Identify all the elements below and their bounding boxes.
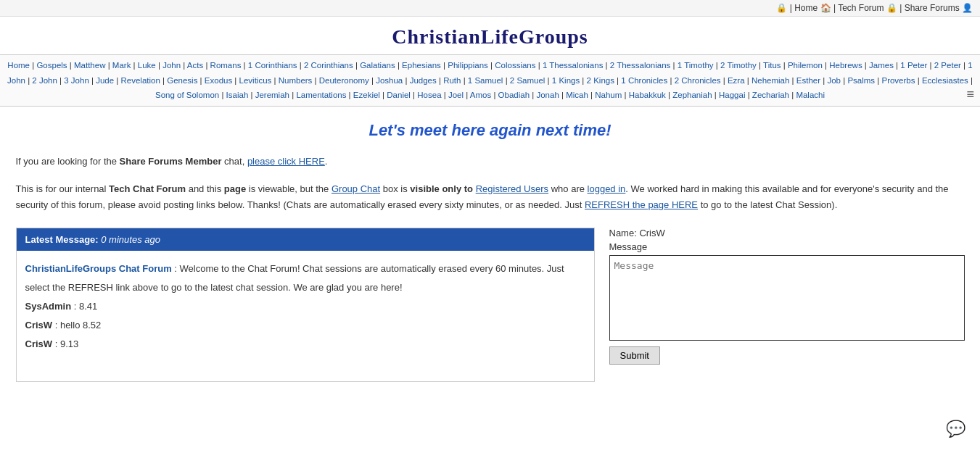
- nav-link-lamentations[interactable]: Lamentations: [296, 91, 346, 99]
- home-icon: 🏠: [820, 3, 831, 13]
- nav-link-micah[interactable]: Micah: [566, 91, 588, 99]
- nav-links: Home | Gospels | Matthew | Mark | Luke |…: [0, 54, 980, 107]
- nav-link-luke[interactable]: Luke: [138, 61, 156, 70]
- nav-link-obadiah[interactable]: Obadiah: [498, 91, 530, 99]
- hamburger-menu[interactable]: ≡: [966, 87, 974, 102]
- chat-header: Latest Message: 0 minutes ago: [17, 228, 594, 251]
- user-icon: 👤: [962, 3, 973, 13]
- registered-users-link[interactable]: Registered Users: [476, 183, 548, 194]
- nav-link-ephesians[interactable]: Ephesians: [402, 61, 441, 70]
- nav-link-numbers[interactable]: Numbers: [279, 76, 313, 85]
- nav-link-job[interactable]: Job: [827, 76, 841, 85]
- nav-link-1-samuel[interactable]: 1 Samuel: [468, 76, 503, 85]
- share-forums-link[interactable]: Share Forums: [905, 3, 960, 13]
- message-textarea[interactable]: [609, 255, 965, 341]
- refresh-link[interactable]: REFRESH the page HERE: [585, 199, 698, 210]
- nav-link-2-corinthians[interactable]: 2 Corinthians: [304, 61, 353, 70]
- nav-link-2-samuel[interactable]: 2 Samuel: [510, 76, 545, 85]
- tech-chat-bold: Tech Chat Forum: [109, 183, 186, 194]
- nav-link-joshua[interactable]: Joshua: [376, 76, 403, 85]
- chat-time: 0 minutes ago: [101, 234, 160, 245]
- nav-link-habakkuk[interactable]: Habakkuk: [629, 91, 666, 99]
- chat-user-name: CrisW: [25, 320, 53, 331]
- sidebar: Name: CrisW Message Submit: [609, 228, 965, 365]
- nav-link-2-john[interactable]: 2 John: [32, 76, 57, 85]
- nav-link-jonah[interactable]: Jonah: [536, 91, 559, 99]
- nav-link-titus[interactable]: Titus: [763, 61, 781, 70]
- nav-link-2-peter[interactable]: 2 Peter: [934, 61, 961, 70]
- nav-link-1-peter[interactable]: 1 Peter: [900, 61, 927, 70]
- description: This is for our internal Tech Chat Forum…: [16, 181, 965, 213]
- nav-link-joel[interactable]: Joel: [448, 91, 464, 99]
- nav-link-james[interactable]: James: [869, 61, 894, 70]
- nav-link-2-timothy[interactable]: 2 Timothy: [720, 61, 757, 70]
- nav-link-jeremiah[interactable]: Jeremiah: [255, 91, 289, 99]
- nav-link-zephaniah[interactable]: Zephaniah: [672, 91, 712, 99]
- chat-message-1: SysAdmin : 8.41: [25, 297, 585, 316]
- nav-link-zechariah[interactable]: Zechariah: [752, 91, 789, 99]
- share-lock-icon: 🔒: [886, 3, 897, 13]
- submit-button[interactable]: Submit: [609, 346, 660, 365]
- nav-link-genesis[interactable]: Genesis: [167, 76, 197, 85]
- nav-link-daniel[interactable]: Daniel: [387, 91, 411, 99]
- nav-link-colossians[interactable]: Colossians: [495, 61, 535, 70]
- nav-link-song-of-solomon[interactable]: Song of Solomon: [155, 91, 219, 99]
- intro-text: If you are looking for the Share Forums …: [16, 154, 965, 170]
- nav-link-haggai[interactable]: Haggai: [719, 91, 745, 99]
- nav-link-2-thessalonians[interactable]: 2 Thessalonians: [610, 61, 671, 70]
- nav-link-hosea[interactable]: Hosea: [417, 91, 441, 99]
- chat-message-0: ChristianLifeGroups Chat Forum : Welcome…: [25, 259, 585, 297]
- chat-user-name: CrisW: [25, 338, 53, 349]
- nav-link-john[interactable]: John: [162, 61, 181, 70]
- nav-link-2-chronicles[interactable]: 2 Chronicles: [675, 76, 721, 85]
- nav-link-exodus[interactable]: Exodus: [205, 76, 232, 85]
- nav-link-hebrews[interactable]: Hebrews: [829, 61, 862, 70]
- nav-link-ruth[interactable]: Ruth: [443, 76, 461, 85]
- message-label: Message: [609, 241, 965, 252]
- nav-link-1-timothy[interactable]: 1 Timothy: [678, 61, 714, 70]
- home-link[interactable]: Home: [794, 3, 818, 13]
- nav-link-ezekiel[interactable]: Ezekiel: [353, 91, 380, 99]
- nav-link-home[interactable]: Home: [7, 61, 30, 70]
- site-title: ChristianLifeGroups: [0, 17, 980, 54]
- nav-link-1-kings[interactable]: 1 Kings: [552, 76, 580, 85]
- nav-link-3-john[interactable]: 3 John: [64, 76, 89, 85]
- nav-link-malachi[interactable]: Malachi: [796, 91, 825, 99]
- nav-link-esther[interactable]: Esther: [796, 76, 820, 85]
- nav-link-judges[interactable]: Judges: [410, 76, 437, 85]
- nav-link-ezra[interactable]: Ezra: [728, 76, 745, 85]
- nav-link-matthew[interactable]: Matthew: [74, 61, 105, 70]
- nav-link-1-corinthians[interactable]: 1 Corinthians: [248, 61, 297, 70]
- nav-link-1-thessalonians[interactable]: 1 Thessalonians: [543, 61, 604, 70]
- nav-link-jude[interactable]: Jude: [96, 76, 114, 85]
- nav-link-deuteronomy[interactable]: Deuteronomy: [319, 76, 369, 85]
- nav-link-acts[interactable]: Acts: [187, 61, 203, 70]
- nav-link-revelation[interactable]: Revelation: [121, 76, 160, 85]
- lock-icon: 🔒: [776, 3, 787, 13]
- nav-link-1-chronicles[interactable]: 1 Chronicles: [621, 76, 667, 85]
- nav-link-galatians[interactable]: Galatians: [360, 61, 395, 70]
- nav-link-leviticus[interactable]: Leviticus: [239, 76, 272, 85]
- nav-link-philemon[interactable]: Philemon: [788, 61, 823, 70]
- tech-forum-link[interactable]: Tech Forum: [838, 3, 884, 13]
- nav-link-mark[interactable]: Mark: [112, 61, 131, 70]
- nav-link-isaiah[interactable]: Isaiah: [226, 91, 249, 99]
- nav-link-gospels[interactable]: Gospels: [36, 61, 67, 70]
- nav-link-amos[interactable]: Amos: [470, 91, 491, 99]
- group-chat-link[interactable]: Group Chat: [332, 183, 380, 194]
- please-click-here-link[interactable]: please click HERE: [247, 156, 325, 167]
- logged-in-link[interactable]: logged in: [588, 183, 626, 194]
- nav-link-philippians[interactable]: Philippians: [448, 61, 488, 70]
- chat-box: Latest Message: 0 minutes ago ChristianL…: [16, 228, 595, 382]
- page-bold: page: [224, 183, 246, 194]
- nav-link-proverbs[interactable]: Proverbs: [881, 76, 915, 85]
- chat-system-name: ChristianLifeGroups Chat Forum: [25, 263, 172, 274]
- nav-link-ecclesiastes[interactable]: Ecclesiastes: [922, 76, 968, 85]
- nav-link-nehemiah[interactable]: Nehemiah: [752, 76, 789, 85]
- nav-link-nahum[interactable]: Nahum: [595, 91, 622, 99]
- nav-link-psalms[interactable]: Psalms: [847, 76, 875, 85]
- chat-message-3: CrisW : 9.13: [25, 335, 585, 354]
- nav-link-2-kings[interactable]: 2 Kings: [587, 76, 614, 85]
- nav-link-romans[interactable]: Romans: [210, 61, 242, 70]
- chat-message-2: CrisW : hello 8.52: [25, 316, 585, 335]
